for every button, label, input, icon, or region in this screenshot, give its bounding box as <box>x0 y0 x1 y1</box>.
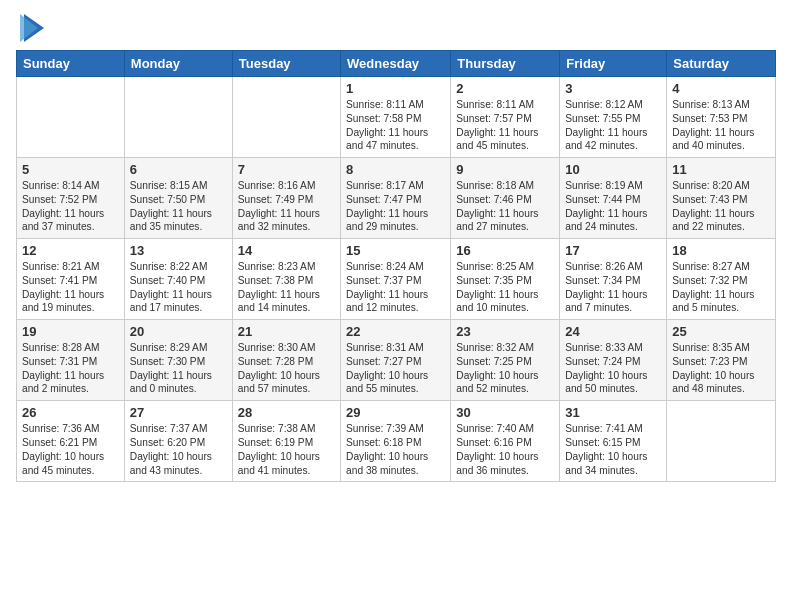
cell-content: Sunrise: 8:25 AM Sunset: 7:35 PM Dayligh… <box>456 260 554 315</box>
calendar-week-row: 5Sunrise: 8:14 AM Sunset: 7:52 PM Daylig… <box>17 158 776 239</box>
calendar-cell <box>124 77 232 158</box>
cell-content: Sunrise: 8:17 AM Sunset: 7:47 PM Dayligh… <box>346 179 445 234</box>
day-header-wednesday: Wednesday <box>341 51 451 77</box>
calendar-cell: 15Sunrise: 8:24 AM Sunset: 7:37 PM Dayli… <box>341 239 451 320</box>
cell-content: Sunrise: 8:15 AM Sunset: 7:50 PM Dayligh… <box>130 179 227 234</box>
day-number: 5 <box>22 162 119 177</box>
cell-content: Sunrise: 8:11 AM Sunset: 7:57 PM Dayligh… <box>456 98 554 153</box>
day-header-tuesday: Tuesday <box>232 51 340 77</box>
day-number: 3 <box>565 81 661 96</box>
cell-content: Sunrise: 7:41 AM Sunset: 6:15 PM Dayligh… <box>565 422 661 477</box>
cell-content: Sunrise: 8:29 AM Sunset: 7:30 PM Dayligh… <box>130 341 227 396</box>
day-number: 17 <box>565 243 661 258</box>
day-number: 22 <box>346 324 445 339</box>
calendar-week-row: 12Sunrise: 8:21 AM Sunset: 7:41 PM Dayli… <box>17 239 776 320</box>
cell-content: Sunrise: 8:23 AM Sunset: 7:38 PM Dayligh… <box>238 260 335 315</box>
day-header-sunday: Sunday <box>17 51 125 77</box>
calendar-cell: 20Sunrise: 8:29 AM Sunset: 7:30 PM Dayli… <box>124 320 232 401</box>
calendar-cell: 8Sunrise: 8:17 AM Sunset: 7:47 PM Daylig… <box>341 158 451 239</box>
calendar-cell: 31Sunrise: 7:41 AM Sunset: 6:15 PM Dayli… <box>560 401 667 482</box>
day-number: 10 <box>565 162 661 177</box>
calendar-cell: 30Sunrise: 7:40 AM Sunset: 6:16 PM Dayli… <box>451 401 560 482</box>
calendar-cell: 23Sunrise: 8:32 AM Sunset: 7:25 PM Dayli… <box>451 320 560 401</box>
cell-content: Sunrise: 8:11 AM Sunset: 7:58 PM Dayligh… <box>346 98 445 153</box>
day-number: 20 <box>130 324 227 339</box>
calendar-cell: 6Sunrise: 8:15 AM Sunset: 7:50 PM Daylig… <box>124 158 232 239</box>
cell-content: Sunrise: 7:39 AM Sunset: 6:18 PM Dayligh… <box>346 422 445 477</box>
calendar-cell: 3Sunrise: 8:12 AM Sunset: 7:55 PM Daylig… <box>560 77 667 158</box>
calendar-cell: 16Sunrise: 8:25 AM Sunset: 7:35 PM Dayli… <box>451 239 560 320</box>
cell-content: Sunrise: 7:38 AM Sunset: 6:19 PM Dayligh… <box>238 422 335 477</box>
calendar-cell: 12Sunrise: 8:21 AM Sunset: 7:41 PM Dayli… <box>17 239 125 320</box>
calendar-cell: 21Sunrise: 8:30 AM Sunset: 7:28 PM Dayli… <box>232 320 340 401</box>
day-number: 21 <box>238 324 335 339</box>
cell-content: Sunrise: 8:21 AM Sunset: 7:41 PM Dayligh… <box>22 260 119 315</box>
calendar-cell: 14Sunrise: 8:23 AM Sunset: 7:38 PM Dayli… <box>232 239 340 320</box>
day-number: 6 <box>130 162 227 177</box>
day-number: 11 <box>672 162 770 177</box>
day-number: 19 <box>22 324 119 339</box>
calendar-cell: 17Sunrise: 8:26 AM Sunset: 7:34 PM Dayli… <box>560 239 667 320</box>
day-number: 4 <box>672 81 770 96</box>
calendar-week-row: 19Sunrise: 8:28 AM Sunset: 7:31 PM Dayli… <box>17 320 776 401</box>
day-header-monday: Monday <box>124 51 232 77</box>
day-number: 1 <box>346 81 445 96</box>
calendar-cell: 4Sunrise: 8:13 AM Sunset: 7:53 PM Daylig… <box>667 77 776 158</box>
cell-content: Sunrise: 8:13 AM Sunset: 7:53 PM Dayligh… <box>672 98 770 153</box>
day-header-thursday: Thursday <box>451 51 560 77</box>
calendar-cell: 18Sunrise: 8:27 AM Sunset: 7:32 PM Dayli… <box>667 239 776 320</box>
page: SundayMondayTuesdayWednesdayThursdayFrid… <box>0 0 792 612</box>
calendar-cell: 26Sunrise: 7:36 AM Sunset: 6:21 PM Dayli… <box>17 401 125 482</box>
calendar-cell: 2Sunrise: 8:11 AM Sunset: 7:57 PM Daylig… <box>451 77 560 158</box>
cell-content: Sunrise: 8:35 AM Sunset: 7:23 PM Dayligh… <box>672 341 770 396</box>
day-number: 13 <box>130 243 227 258</box>
calendar-cell: 24Sunrise: 8:33 AM Sunset: 7:24 PM Dayli… <box>560 320 667 401</box>
calendar-cell: 22Sunrise: 8:31 AM Sunset: 7:27 PM Dayli… <box>341 320 451 401</box>
calendar-cell <box>667 401 776 482</box>
day-number: 15 <box>346 243 445 258</box>
calendar-header-row: SundayMondayTuesdayWednesdayThursdayFrid… <box>17 51 776 77</box>
calendar-cell <box>17 77 125 158</box>
cell-content: Sunrise: 7:36 AM Sunset: 6:21 PM Dayligh… <box>22 422 119 477</box>
day-header-friday: Friday <box>560 51 667 77</box>
calendar-cell: 7Sunrise: 8:16 AM Sunset: 7:49 PM Daylig… <box>232 158 340 239</box>
day-number: 27 <box>130 405 227 420</box>
cell-content: Sunrise: 8:28 AM Sunset: 7:31 PM Dayligh… <box>22 341 119 396</box>
day-number: 12 <box>22 243 119 258</box>
cell-content: Sunrise: 8:22 AM Sunset: 7:40 PM Dayligh… <box>130 260 227 315</box>
calendar-cell: 27Sunrise: 7:37 AM Sunset: 6:20 PM Dayli… <box>124 401 232 482</box>
day-number: 23 <box>456 324 554 339</box>
day-number: 7 <box>238 162 335 177</box>
cell-content: Sunrise: 8:19 AM Sunset: 7:44 PM Dayligh… <box>565 179 661 234</box>
cell-content: Sunrise: 8:14 AM Sunset: 7:52 PM Dayligh… <box>22 179 119 234</box>
header <box>16 10 776 42</box>
cell-content: Sunrise: 8:18 AM Sunset: 7:46 PM Dayligh… <box>456 179 554 234</box>
calendar-cell: 25Sunrise: 8:35 AM Sunset: 7:23 PM Dayli… <box>667 320 776 401</box>
day-number: 14 <box>238 243 335 258</box>
calendar-cell: 1Sunrise: 8:11 AM Sunset: 7:58 PM Daylig… <box>341 77 451 158</box>
day-number: 25 <box>672 324 770 339</box>
cell-content: Sunrise: 8:31 AM Sunset: 7:27 PM Dayligh… <box>346 341 445 396</box>
day-number: 2 <box>456 81 554 96</box>
cell-content: Sunrise: 8:32 AM Sunset: 7:25 PM Dayligh… <box>456 341 554 396</box>
calendar-cell: 29Sunrise: 7:39 AM Sunset: 6:18 PM Dayli… <box>341 401 451 482</box>
cell-content: Sunrise: 8:30 AM Sunset: 7:28 PM Dayligh… <box>238 341 335 396</box>
day-number: 9 <box>456 162 554 177</box>
day-header-saturday: Saturday <box>667 51 776 77</box>
logo-icon <box>20 14 44 42</box>
cell-content: Sunrise: 8:12 AM Sunset: 7:55 PM Dayligh… <box>565 98 661 153</box>
calendar-cell: 13Sunrise: 8:22 AM Sunset: 7:40 PM Dayli… <box>124 239 232 320</box>
cell-content: Sunrise: 7:40 AM Sunset: 6:16 PM Dayligh… <box>456 422 554 477</box>
cell-content: Sunrise: 8:16 AM Sunset: 7:49 PM Dayligh… <box>238 179 335 234</box>
calendar-cell: 10Sunrise: 8:19 AM Sunset: 7:44 PM Dayli… <box>560 158 667 239</box>
cell-content: Sunrise: 8:20 AM Sunset: 7:43 PM Dayligh… <box>672 179 770 234</box>
calendar-table: SundayMondayTuesdayWednesdayThursdayFrid… <box>16 50 776 482</box>
day-number: 26 <box>22 405 119 420</box>
calendar-cell <box>232 77 340 158</box>
day-number: 31 <box>565 405 661 420</box>
day-number: 28 <box>238 405 335 420</box>
calendar-cell: 19Sunrise: 8:28 AM Sunset: 7:31 PM Dayli… <box>17 320 125 401</box>
day-number: 24 <box>565 324 661 339</box>
cell-content: Sunrise: 8:27 AM Sunset: 7:32 PM Dayligh… <box>672 260 770 315</box>
logo <box>16 14 44 42</box>
